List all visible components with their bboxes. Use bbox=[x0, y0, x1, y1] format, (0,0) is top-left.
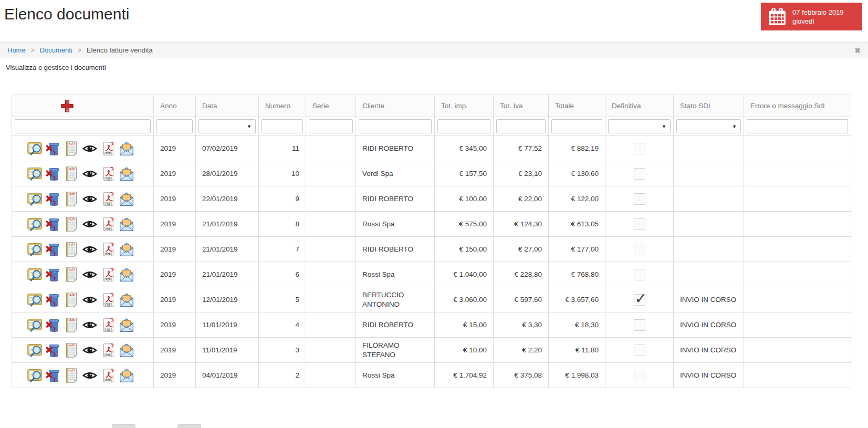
view-document-icon[interactable] bbox=[27, 242, 43, 257]
pagination-control[interactable] bbox=[177, 424, 201, 428]
view-document-icon[interactable] bbox=[27, 166, 43, 182]
send-email-icon[interactable] bbox=[119, 216, 134, 232]
view-document-icon[interactable] bbox=[27, 368, 43, 383]
pdf-export-icon[interactable]: PDF bbox=[100, 242, 116, 257]
column-header-data[interactable]: Data bbox=[196, 95, 259, 117]
filter-totale-input[interactable] bbox=[552, 120, 602, 133]
delete-document-icon[interactable] bbox=[45, 368, 61, 383]
pdf-export-icon[interactable]: PDF bbox=[100, 191, 116, 207]
view-document-icon[interactable] bbox=[27, 292, 43, 308]
preview-eye-icon[interactable] bbox=[82, 242, 98, 257]
pdf-export-icon[interactable]: PDF bbox=[100, 141, 116, 156]
delete-document-icon[interactable] bbox=[45, 166, 61, 182]
definitiva-checkbox[interactable] bbox=[634, 269, 645, 280]
column-header-numero[interactable]: Numero bbox=[259, 95, 306, 117]
xml-invoice-icon[interactable]: </> bbox=[64, 368, 79, 383]
delete-document-icon[interactable] bbox=[45, 342, 61, 358]
pdf-export-icon[interactable]: PDF bbox=[100, 166, 116, 182]
filter-cliente-input[interactable] bbox=[359, 120, 431, 133]
preview-eye-icon[interactable] bbox=[82, 166, 98, 182]
delete-document-icon[interactable] bbox=[45, 141, 61, 156]
xml-invoice-icon[interactable]: </> bbox=[64, 342, 79, 358]
filter-errore-input[interactable] bbox=[747, 120, 848, 133]
send-email-icon[interactable] bbox=[119, 141, 134, 156]
send-email-icon[interactable] bbox=[119, 292, 134, 308]
xml-invoice-icon[interactable]: </> bbox=[64, 141, 79, 156]
send-email-icon[interactable] bbox=[119, 166, 134, 182]
definitiva-checkbox[interactable] bbox=[634, 244, 645, 255]
view-document-icon[interactable] bbox=[27, 342, 43, 358]
column-header-totale[interactable]: Totale bbox=[549, 95, 605, 117]
view-document-icon[interactable] bbox=[27, 191, 43, 207]
filter-tot-iva-input[interactable] bbox=[497, 120, 545, 133]
column-header-definitiva[interactable]: Definitiva bbox=[605, 95, 674, 117]
breadcrumb-home-link[interactable]: Home bbox=[7, 46, 26, 54]
xml-invoice-icon[interactable]: </> bbox=[64, 191, 79, 207]
xml-invoice-icon[interactable]: </> bbox=[64, 216, 79, 232]
definitiva-checkbox[interactable] bbox=[634, 143, 645, 154]
definitiva-checkbox[interactable] bbox=[634, 370, 645, 381]
pdf-export-icon[interactable]: PDF bbox=[100, 267, 116, 283]
definitiva-checkbox[interactable] bbox=[634, 345, 645, 356]
column-header-anno[interactable]: Anno bbox=[154, 95, 196, 117]
column-header-errore[interactable]: Errore o messaggio SdI bbox=[744, 95, 851, 117]
preview-eye-icon[interactable] bbox=[82, 342, 98, 358]
send-email-icon[interactable] bbox=[119, 242, 134, 257]
preview-eye-icon[interactable] bbox=[82, 368, 98, 383]
definitiva-checkbox[interactable] bbox=[634, 193, 645, 205]
filter-definitiva-select[interactable] bbox=[609, 120, 670, 133]
filter-tot-imp-input[interactable] bbox=[438, 120, 490, 133]
filter-anno-input[interactable] bbox=[157, 120, 192, 133]
preview-eye-icon[interactable] bbox=[82, 216, 98, 232]
definitiva-checkbox[interactable] bbox=[634, 294, 645, 306]
filter-actions-input[interactable] bbox=[15, 120, 150, 133]
delete-document-icon[interactable] bbox=[45, 292, 61, 308]
breadcrumb-documenti-link[interactable]: Documenti bbox=[40, 46, 72, 54]
preview-eye-icon[interactable] bbox=[82, 141, 98, 156]
pdf-export-icon[interactable]: PDF bbox=[100, 216, 116, 232]
view-document-icon[interactable] bbox=[27, 267, 43, 283]
send-email-icon[interactable] bbox=[119, 317, 134, 333]
preview-eye-icon[interactable] bbox=[82, 267, 98, 283]
delete-document-icon[interactable] bbox=[45, 191, 61, 207]
xml-invoice-icon[interactable]: </> bbox=[64, 317, 79, 333]
send-email-icon[interactable] bbox=[119, 342, 134, 358]
send-email-icon[interactable] bbox=[119, 267, 134, 283]
column-header-tot-iva[interactable]: Tot. Iva bbox=[494, 95, 549, 117]
view-document-icon[interactable] bbox=[27, 317, 43, 333]
column-header-cliente[interactable]: Cliente bbox=[356, 95, 435, 117]
view-document-icon[interactable] bbox=[27, 141, 43, 156]
column-header-serie[interactable]: Serie bbox=[306, 95, 356, 117]
pdf-export-icon[interactable]: PDF bbox=[100, 317, 116, 333]
definitiva-checkbox[interactable] bbox=[634, 218, 645, 230]
preview-eye-icon[interactable] bbox=[82, 191, 98, 207]
preview-eye-icon[interactable] bbox=[82, 317, 98, 333]
definitiva-checkbox[interactable] bbox=[634, 319, 645, 331]
xml-invoice-icon[interactable]: </> bbox=[64, 166, 79, 182]
delete-document-icon[interactable] bbox=[45, 216, 61, 232]
filter-serie-input[interactable] bbox=[309, 120, 352, 133]
xml-invoice-icon[interactable]: </> bbox=[64, 267, 79, 283]
pdf-export-icon[interactable]: PDF bbox=[100, 368, 116, 383]
send-email-icon[interactable] bbox=[119, 368, 134, 383]
pdf-export-icon[interactable]: PDF bbox=[100, 342, 116, 358]
close-icon[interactable]: ✖ bbox=[854, 46, 861, 55]
delete-document-icon[interactable] bbox=[45, 267, 61, 283]
preview-eye-icon[interactable] bbox=[82, 292, 98, 308]
filter-numero-input[interactable] bbox=[262, 120, 302, 133]
send-email-icon[interactable] bbox=[119, 191, 134, 207]
pdf-export-icon[interactable]: PDF bbox=[100, 292, 116, 308]
definitiva-checkbox[interactable] bbox=[634, 168, 645, 180]
column-header-stato-sdi[interactable]: Stato SDI bbox=[674, 95, 744, 117]
filter-stato-sdi-select[interactable] bbox=[677, 120, 740, 133]
view-document-icon[interactable] bbox=[27, 216, 43, 232]
xml-invoice-icon[interactable]: </> bbox=[64, 292, 79, 308]
cell-cliente: Rossi Spa bbox=[356, 262, 435, 287]
column-header-tot-imp[interactable]: Tot. imp. bbox=[435, 95, 494, 117]
delete-document-icon[interactable] bbox=[45, 242, 61, 257]
xml-invoice-icon[interactable]: </> bbox=[64, 242, 79, 257]
delete-document-icon[interactable] bbox=[45, 317, 61, 333]
pagination-control[interactable] bbox=[112, 424, 135, 428]
add-document-button[interactable] bbox=[60, 99, 74, 113]
filter-data-input[interactable] bbox=[199, 120, 255, 133]
